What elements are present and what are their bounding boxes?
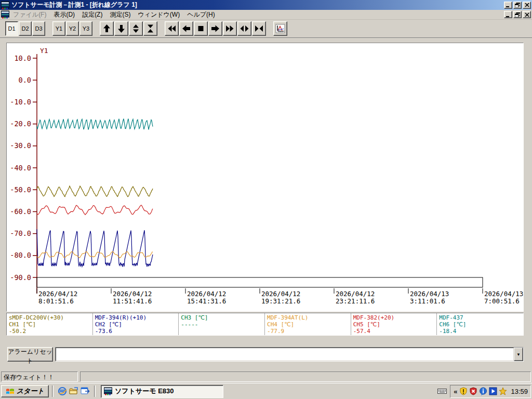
svg-text:-40.0: -40.0 <box>10 164 31 172</box>
alarm-combobox[interactable]: ▼ <box>55 347 524 362</box>
menu-help[interactable]: ヘルプ(H) <box>183 9 219 20</box>
folder-icon[interactable] <box>68 385 79 397</box>
toolbar-stop-button[interactable] <box>194 21 208 36</box>
svg-text:-30.0: -30.0 <box>10 141 31 150</box>
svg-text:-90.0: -90.0 <box>10 273 31 282</box>
toolbar-collapse-vertical-button[interactable] <box>143 21 157 36</box>
toolbar: D1D2D3Y1Y2Y3 <box>0 20 532 38</box>
menu-measure[interactable]: 測定(S) <box>106 9 134 20</box>
task-button-softthermo[interactable]: ソフトサーモ E830 <box>101 385 223 398</box>
start-label: スタート <box>17 387 44 396</box>
collapse-horizontal-icon <box>254 24 264 33</box>
keyboard-icon[interactable] <box>437 387 447 396</box>
toolbar-rewind-button[interactable] <box>165 21 179 36</box>
tray-collapse-chevron[interactable]: « <box>453 388 458 395</box>
toolbar-expand-horizontal-button[interactable] <box>237 21 251 36</box>
toolbar-d1-button[interactable]: D1 <box>5 21 18 36</box>
alarm-combobox-field[interactable] <box>56 348 514 361</box>
series-ch6 <box>37 119 153 130</box>
toolbar-arrow-up-button[interactable] <box>100 21 114 36</box>
alarm-reset-button[interactable]: アラームリセット <box>7 347 53 362</box>
svg-text:11:51:41.6: 11:51:41.6 <box>113 297 152 305</box>
svg-text:2026/04/12: 2026/04/12 <box>187 290 226 298</box>
toolbar-expand-vertical-button[interactable] <box>129 21 143 36</box>
document-icon[interactable] <box>1 10 9 19</box>
toolbar-y2-button[interactable]: Y2 <box>66 21 79 36</box>
legend-cell-ch4: MDF-394AT(L)CH4 [℃]-77.9 <box>265 313 351 335</box>
shield-error-icon[interactable] <box>469 387 477 395</box>
channel-title: MDF-437 <box>439 314 521 321</box>
svg-text:7:00:51.6: 7:00:51.6 <box>484 297 520 305</box>
line-graph-icon <box>275 24 285 33</box>
task-button-label: ソフトサーモ E830 <box>115 387 174 396</box>
channel-legend: sMDF-DC200V(+30)CH1 [℃]-50.2MDF-394(R)(+… <box>6 313 524 336</box>
ie-icon[interactable] <box>57 385 68 397</box>
toolbar-collapse-horizontal-button[interactable] <box>252 21 266 36</box>
series-ch4 <box>37 251 153 258</box>
toolbar-fast-forward-button[interactable] <box>223 21 237 36</box>
svg-text:23:21:11.6: 23:21:11.6 <box>336 297 375 305</box>
expand-vertical-icon <box>131 24 141 33</box>
svg-text:10.0: 10.0 <box>14 54 31 62</box>
channel-value: -50.2 <box>9 328 90 335</box>
svg-text:-60.0: -60.0 <box>10 207 31 216</box>
app-icon <box>104 387 112 395</box>
shield-warning-icon[interactable] <box>459 387 468 395</box>
combobox-dropdown-button[interactable]: ▼ <box>514 348 523 361</box>
taskbar: スタート ソフトサーモ E830 « 13:59 <box>0 383 532 399</box>
channel-name: CH1 [℃] <box>9 321 90 328</box>
series-ch2 <box>37 229 153 267</box>
line-chart-svg: Y110.00.0-10.0-20.0-30.0-40.0-50.0-60.0-… <box>7 43 523 311</box>
channel-value: -73.6 <box>95 328 177 335</box>
mdi-minimize-button[interactable] <box>504 11 512 18</box>
series-ch1 <box>37 186 153 197</box>
toolbar-arrow-right-button[interactable] <box>208 21 222 36</box>
mail-icon[interactable] <box>79 385 91 397</box>
svg-text:2026/04/12: 2026/04/12 <box>261 290 300 298</box>
svg-text:Y1: Y1 <box>40 47 48 55</box>
toolbar-arrow-down-button[interactable] <box>114 21 128 36</box>
svg-text:2026/04/12: 2026/04/12 <box>38 290 77 298</box>
star-icon[interactable] <box>499 387 507 395</box>
windows-logo-icon <box>6 388 15 395</box>
svg-text:19:31:21.6: 19:31:21.6 <box>261 297 300 305</box>
svg-text:2026/04/12: 2026/04/12 <box>336 290 375 298</box>
toolbar-line-graph-button[interactable] <box>273 21 287 36</box>
legend-cell-ch3: CH3 [℃]----- <box>179 313 265 335</box>
taskbar-divider[interactable] <box>94 385 96 397</box>
restore-button[interactable] <box>513 2 522 9</box>
media-play-icon[interactable] <box>489 387 497 395</box>
system-tray: « 13:59 <box>450 385 531 398</box>
start-button[interactable]: スタート <box>1 385 49 397</box>
svg-text:3:11:01.6: 3:11:01.6 <box>410 297 445 305</box>
mdi-restore-button[interactable] <box>513 11 522 18</box>
desktop: { "window": { "title": "ソフトサーモ計測－計測1 - [… <box>0 0 532 399</box>
fast-forward-icon <box>225 24 235 33</box>
info-balloon-icon[interactable] <box>479 387 487 395</box>
channel-value: -57.4 <box>353 328 435 335</box>
legend-cell-ch5: MDF-382(+20)CH5 [℃]-57.4 <box>351 313 437 335</box>
channel-name: CH3 [℃] <box>181 314 262 321</box>
legend-cell-ch1: sMDF-DC200V(+30)CH1 [℃]-50.2 <box>7 313 93 335</box>
channel-title: sMDF-DC200V(+30) <box>9 314 90 321</box>
menu-window[interactable]: ウィンドウ(W) <box>134 9 183 20</box>
channel-name: CH2 [℃] <box>95 321 177 328</box>
menu-file: ファイル(F) <box>9 9 50 20</box>
toolbar-y3-button[interactable]: Y3 <box>79 21 92 36</box>
toolbar-d2-button[interactable]: D2 <box>19 21 32 36</box>
taskbar-divider[interactable] <box>52 385 54 397</box>
svg-text:-50.0: -50.0 <box>10 185 31 194</box>
menu-view[interactable]: 表示(D) <box>50 9 78 20</box>
close-button[interactable] <box>523 2 531 9</box>
toolbar-d3-button[interactable]: D3 <box>32 21 45 36</box>
menu-config[interactable]: 設定(Z) <box>78 9 106 20</box>
mdi-close-button[interactable] <box>523 11 531 18</box>
toolbar-arrow-left-button[interactable] <box>179 21 193 36</box>
window-title: ソフトサーモ計測－計測1 - [折れ線グラフ 1] <box>11 1 503 9</box>
arrow-right-icon <box>210 24 220 33</box>
toolbar-y1-button[interactable]: Y1 <box>52 21 65 36</box>
channel-title: MDF-382(+20) <box>353 314 435 321</box>
minimize-button[interactable] <box>504 2 512 9</box>
line-chart: Y110.00.0-10.0-20.0-30.0-40.0-50.0-60.0-… <box>6 43 524 312</box>
app-icon[interactable] <box>1 1 9 9</box>
